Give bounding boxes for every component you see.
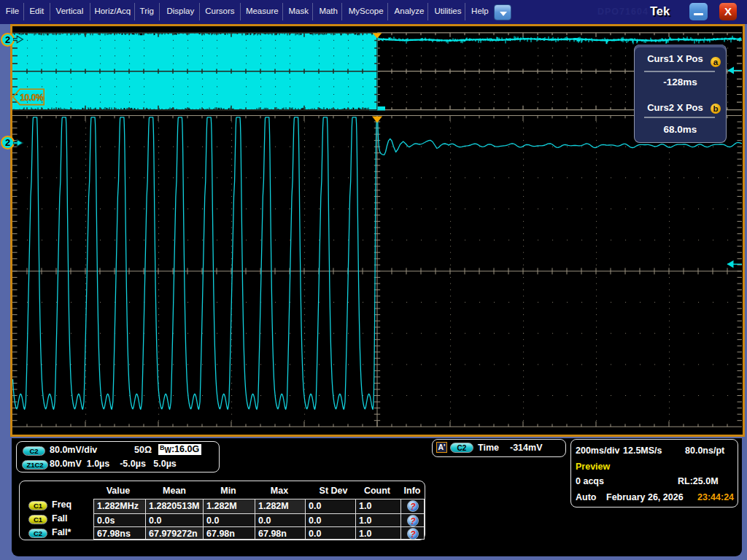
svg-text:10.0%: 10.0% xyxy=(20,93,44,103)
